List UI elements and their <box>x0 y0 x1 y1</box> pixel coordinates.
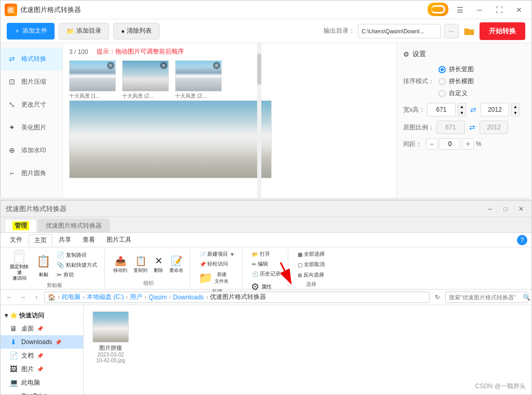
up-button[interactable]: ↑ <box>31 292 42 303</box>
logo-btn[interactable] <box>428 3 448 16</box>
gap-minus-button[interactable]: − <box>426 138 437 150</box>
nav-item-onedrive[interactable]: ☁ OneDrive <box>1 389 83 395</box>
thumb-1[interactable]: ✕ <box>69 60 116 91</box>
edit-button[interactable]: ✏ 编辑 <box>249 259 271 269</box>
height-down[interactable]: ▼ <box>512 110 519 116</box>
select-none-button[interactable]: ▢ 全部取消 <box>295 260 328 269</box>
select-all-button[interactable]: ▦ 全部选择 <box>295 249 328 259</box>
width-input[interactable] <box>427 103 456 116</box>
nav-item-downloads[interactable]: ⬇ Downloads 📌 <box>1 335 83 349</box>
add-file-button[interactable]: ＋ 添加文件 <box>7 23 55 40</box>
nav-item-pictures[interactable]: 🖼 图片 📌 <box>1 362 83 376</box>
clear-button[interactable]: ● 清除列表 <box>113 23 159 40</box>
ribbon: 文件 主页 共享 查看 图片工具 ? 固定到快 <box>1 233 531 289</box>
help-button[interactable]: ? <box>517 235 527 245</box>
new-item-button[interactable]: 📄 新建项目 ▼ <box>196 249 238 259</box>
breadcrumb-downloads[interactable]: Downloads <box>173 294 204 301</box>
search-box[interactable]: 🔍 <box>445 292 528 303</box>
width-up[interactable]: ▲ <box>458 103 466 110</box>
close-thumb-3[interactable]: ✕ <box>213 62 220 69</box>
copy-to-button[interactable]: 📋 复制到 <box>131 253 150 275</box>
easy-access-button[interactable]: 📌 轻松访问 <box>196 259 231 269</box>
thumb-3[interactable]: ✕ <box>175 60 222 91</box>
add-folder-button[interactable]: 📁 添加目录 <box>59 23 109 40</box>
copy-path-button[interactable]: 📄 复制路径 <box>54 251 100 260</box>
sidebar-item-resize[interactable]: ⤡ 更改尺寸 <box>1 93 62 116</box>
ribbon-tab-view[interactable]: 查看 <box>77 234 100 246</box>
file-item[interactable]: 图片拼接 2023-03-02 10-42-05.jpg <box>90 311 131 363</box>
scroll-thumb[interactable] <box>257 54 261 85</box>
back-button[interactable]: ← <box>4 292 15 303</box>
open-button[interactable]: 📂 打开 <box>249 249 273 259</box>
paste-shortcut-button[interactable]: 📎 粘贴快捷方式 <box>54 260 100 270</box>
nav-item-thispc[interactable]: 💻 此电脑 <box>1 376 83 389</box>
history-button[interactable]: 🕘 历史记录 <box>249 269 284 279</box>
start-convert-button[interactable]: 开始转换 <box>480 22 525 40</box>
gap-input[interactable] <box>440 138 460 150</box>
hamburger-btn[interactable]: ☰ <box>451 3 468 17</box>
ribbon-tab-image-tools[interactable]: 图片工具 <box>101 234 137 246</box>
breadcrumb-pc[interactable]: 此电脑 <box>62 293 81 301</box>
breadcrumb[interactable]: 🏠 › 此电脑 › 本地磁盘 (C:) › 用户 › Qasim › Downl… <box>44 292 430 303</box>
close-thumb-2[interactable]: ✕ <box>160 62 167 69</box>
delete-button[interactable]: ✕ 删除 <box>152 253 165 275</box>
height-input[interactable] <box>481 103 509 116</box>
width-down[interactable]: ▼ <box>458 110 466 116</box>
thumb-2[interactable]: ✕ <box>122 60 169 91</box>
refresh-button[interactable]: ↻ <box>432 292 443 303</box>
radio-horizontal[interactable]: 拼长横图 <box>438 77 474 86</box>
sidebar-item-compress[interactable]: ⊡ 图片压缩 <box>1 70 62 93</box>
height-spinner[interactable]: ▲ ▼ <box>511 103 520 116</box>
new-item-arrow: ▼ <box>230 252 235 257</box>
nav-item-desktop[interactable]: 🖥 桌面 📌 <box>1 322 83 335</box>
radio-label-vertical: 拼长竖图 <box>449 65 474 74</box>
explorer-window: 优速图片格式转换器 ─ □ ✕ 管理 优速图片格式转换器 文件 主页 共享 <box>0 200 532 395</box>
move-to-button[interactable]: 📤 移动到 <box>111 253 129 275</box>
invert-select-button[interactable]: ⊞ 反向选择 <box>295 270 327 280</box>
output-dots-button[interactable]: ··· <box>444 24 459 38</box>
explorer-minimize-btn[interactable]: ─ <box>483 202 497 216</box>
sidebar-item-format[interactable]: ⇄ 格式转换 <box>1 47 62 70</box>
tab-app[interactable]: 优速图片格式转换器 <box>38 219 110 232</box>
ribbon-tab-file[interactable]: 文件 <box>5 234 28 246</box>
forward-button[interactable]: → <box>17 292 29 303</box>
breadcrumb-users[interactable]: 用户 <box>130 293 142 301</box>
new-btns: 📄 新建项目 ▼ 📌 轻松访问 📁 新建文件夹 <box>196 249 238 287</box>
radio-custom[interactable]: 自定义 <box>438 89 474 98</box>
new-folder-button[interactable]: 📁 新建文件夹 <box>196 269 231 287</box>
radio-circle-vertical <box>438 66 446 73</box>
maximize-btn[interactable]: ⛶ <box>491 3 508 17</box>
gap-plus-button[interactable]: ＋ <box>462 138 474 150</box>
ratio-row: 原图比例： ⇄ <box>403 121 525 134</box>
height-up[interactable]: ▲ <box>512 103 519 110</box>
sidebar-item-beautify[interactable]: ✦ 美化图片 <box>1 116 62 139</box>
sidebar-item-watermark[interactable]: ⊕ 添加水印 <box>1 139 62 162</box>
pin-button[interactable]: 固定到快速速访问 <box>9 249 30 281</box>
ribbon-tab-share[interactable]: 共享 <box>54 234 76 246</box>
breadcrumb-disk[interactable]: 本地磁盘 (C:) <box>87 293 124 301</box>
output-folder-icon[interactable] <box>462 24 476 38</box>
cut-button[interactable]: ✂ 剪切 <box>54 270 100 280</box>
rename-button[interactable]: 📝 重命名 <box>167 253 185 275</box>
search-icon[interactable]: 🔍 <box>523 294 530 301</box>
paste-button[interactable]: 📋 <box>34 253 52 270</box>
search-input[interactable] <box>449 294 521 300</box>
radio-vertical[interactable]: 拼长竖图 <box>438 65 474 74</box>
breadcrumb-qasim[interactable]: Qasim <box>149 294 167 301</box>
width-spinner[interactable]: ▲ ▼ <box>458 103 466 116</box>
minimize-btn[interactable]: ─ <box>471 3 488 17</box>
explorer-title-buttons: ─ □ ✕ <box>483 202 528 216</box>
explorer-maximize-btn[interactable]: □ <box>498 202 513 216</box>
close-thumb-1[interactable]: ✕ <box>107 62 114 69</box>
close-btn[interactable]: ✕ <box>511 3 527 17</box>
swap-icon[interactable]: ⇄ <box>468 104 478 115</box>
tab-manage[interactable]: 管理 <box>5 219 37 232</box>
app-icon: 优 <box>5 4 17 16</box>
breadcrumb-icon: 🏠 <box>48 294 56 301</box>
ribbon-tab-home[interactable]: 主页 <box>29 234 52 247</box>
edit-icon: ✏ <box>252 261 256 267</box>
scroll-track[interactable] <box>257 43 261 198</box>
nav-item-docs[interactable]: 📄 文档 📌 <box>1 349 83 362</box>
explorer-close-btn[interactable]: ✕ <box>514 202 528 216</box>
sidebar-item-round[interactable]: ⌐ 图片圆角 <box>1 162 62 185</box>
